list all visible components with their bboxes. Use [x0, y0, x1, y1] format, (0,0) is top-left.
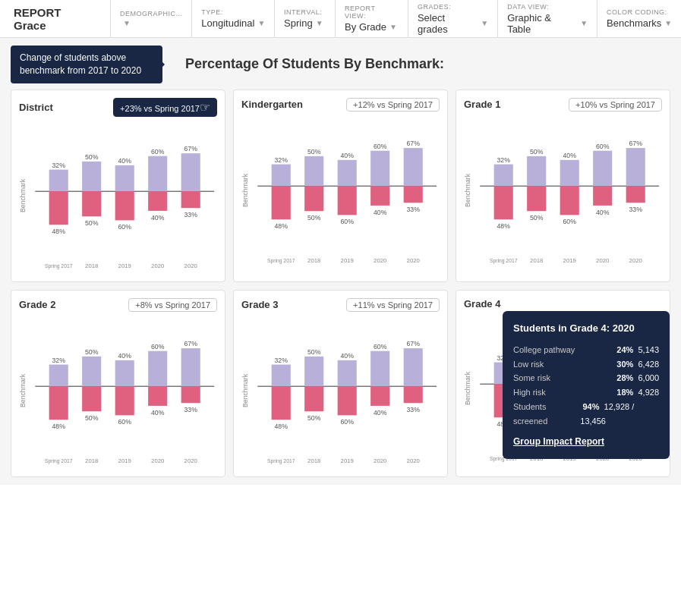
svg-text:2020: 2020: [407, 457, 420, 464]
svg-text:40%: 40%: [563, 152, 577, 159]
grades-arrow-icon: ▼: [481, 19, 488, 27]
demographic-filter[interactable]: DEMOGRAPHIC... ▼: [111, 0, 192, 37]
report-grace-label: REPORT Grace: [0, 0, 111, 37]
bar-above[interactable]: [338, 360, 357, 385]
color-coding-value[interactable]: Benchmarks ▼: [607, 17, 672, 29]
card-header: Grade 2+8% vs Spring 2017: [19, 298, 217, 312]
svg-text:2018: 2018: [530, 256, 543, 263]
data-view-value[interactable]: Graphic & Table ▼: [507, 12, 588, 35]
badge[interactable]: +23% vs Spring 2017 ☞: [113, 98, 217, 117]
report-view-value[interactable]: By Grade ▼: [345, 21, 399, 33]
bar-above[interactable]: [181, 348, 200, 386]
card-header: Grade 3+11% vs Spring 2017: [241, 298, 440, 312]
svg-text:2020: 2020: [151, 457, 164, 464]
svg-text:33%: 33%: [407, 205, 421, 212]
demographic-label: DEMOGRAPHIC...: [120, 10, 182, 17]
svg-text:50%: 50%: [530, 213, 544, 221]
bar-above[interactable]: [181, 153, 200, 191]
bar-above[interactable]: [272, 364, 291, 386]
bar-below[interactable]: [49, 191, 68, 225]
bar-below[interactable]: [49, 386, 68, 420]
callout-box: Change of students above benchmark from …: [11, 46, 162, 83]
bar-above[interactable]: [560, 159, 579, 185]
svg-text:40%: 40%: [151, 213, 165, 221]
tooltip-row: High risk 18% 4,928: [513, 385, 659, 400]
bar-above[interactable]: [148, 350, 167, 385]
bar-below[interactable]: [304, 386, 323, 411]
tooltip-row-values: 94% 12,928 / 13,456: [580, 400, 659, 428]
bar-below[interactable]: [304, 186, 323, 211]
bar-below[interactable]: [338, 386, 357, 415]
type-value[interactable]: Longitudinal ▼: [201, 17, 265, 29]
interval-arrow-icon: ▼: [316, 19, 323, 27]
svg-text:60%: 60%: [374, 342, 387, 350]
svg-text:2020: 2020: [374, 256, 386, 263]
bar-above[interactable]: [82, 356, 101, 385]
demographic-value[interactable]: ▼: [120, 19, 182, 27]
color-coding-filter[interactable]: COLOR CODING: Benchmarks ▼: [597, 0, 681, 37]
bar-below[interactable]: [181, 386, 200, 403]
bar-above[interactable]: [593, 150, 612, 185]
bar-below[interactable]: [338, 186, 357, 215]
bar-below[interactable]: [148, 191, 167, 211]
bar-above[interactable]: [115, 165, 134, 190]
bar-below[interactable]: [82, 191, 101, 216]
svg-text:60%: 60%: [563, 218, 577, 225]
bar-below[interactable]: [148, 386, 167, 406]
report-view-filter[interactable]: REPORT VIEW: By Grade ▼: [336, 0, 408, 37]
bar-above[interactable]: [370, 350, 389, 385]
bar-above[interactable]: [304, 356, 323, 385]
bar-below[interactable]: [370, 386, 389, 406]
bar-below[interactable]: [626, 186, 645, 203]
bar-below[interactable]: [82, 386, 101, 411]
type-filter[interactable]: TYPE: Longitudinal ▼: [192, 0, 275, 37]
svg-text:40%: 40%: [374, 208, 387, 215]
bar-above[interactable]: [370, 150, 389, 185]
bar-above[interactable]: [527, 156, 546, 185]
interval-filter[interactable]: INTERVAL: Spring ▼: [275, 0, 336, 37]
bar-below[interactable]: [181, 191, 200, 208]
bar-above[interactable]: [82, 161, 101, 190]
bar-above[interactable]: [494, 164, 513, 186]
svg-text:Spring 2017: Spring 2017: [267, 457, 295, 464]
bar-above[interactable]: [49, 169, 68, 191]
svg-text:33%: 33%: [407, 405, 421, 413]
bar-below[interactable]: [527, 186, 546, 211]
tooltip-row: College pathway 24% 5,143: [513, 343, 659, 357]
data-view-filter[interactable]: DATA VIEW: Graphic & Table ▼: [498, 0, 597, 37]
bar-above[interactable]: [404, 348, 423, 386]
bar-below[interactable]: [272, 386, 291, 420]
svg-text:40%: 40%: [118, 352, 132, 360]
bar-above[interactable]: [338, 159, 357, 185]
grades-filter[interactable]: GRADES: Select grades ▼: [408, 0, 498, 37]
bar-above[interactable]: [626, 148, 645, 186]
tooltip-row-label: Students screened: [513, 400, 580, 428]
svg-text:Benchmark: Benchmark: [19, 373, 27, 407]
bar-above[interactable]: [272, 164, 291, 186]
badge: +12% vs Spring 2017: [346, 98, 440, 112]
bar-above[interactable]: [115, 360, 134, 385]
bar-below[interactable]: [593, 186, 612, 206]
svg-text:2019: 2019: [341, 256, 354, 263]
grades-value[interactable]: Select grades ▼: [418, 12, 488, 35]
svg-text:32%: 32%: [52, 161, 66, 168]
tooltip-row: Low risk 30% 6,428: [513, 357, 659, 372]
interval-value[interactable]: Spring ▼: [284, 17, 326, 29]
bar-below[interactable]: [494, 186, 513, 219]
group-impact-button[interactable]: Group Impact Report: [513, 434, 659, 449]
svg-text:2019: 2019: [118, 262, 131, 269]
bar-above[interactable]: [304, 156, 323, 185]
bar-below[interactable]: [404, 386, 423, 403]
bar-below[interactable]: [370, 186, 389, 206]
svg-text:Spring 2017: Spring 2017: [267, 257, 295, 263]
bar-above[interactable]: [404, 148, 423, 186]
bar-below[interactable]: [560, 186, 579, 215]
bar-above[interactable]: [49, 364, 68, 386]
bar-below[interactable]: [115, 386, 134, 415]
bar-below[interactable]: [404, 186, 423, 203]
bar-below[interactable]: [115, 191, 134, 220]
charts-grid: District+23% vs Spring 2017 ☞Benchmark32…: [11, 90, 670, 477]
bar-below[interactable]: [272, 186, 291, 219]
card-title: District: [19, 102, 53, 113]
bar-above[interactable]: [148, 156, 167, 190]
